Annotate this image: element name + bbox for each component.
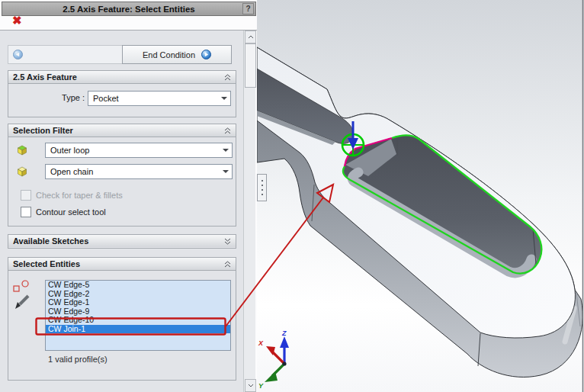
group-title: Available Sketches [13, 236, 88, 246]
taper-checkbox [21, 190, 31, 201]
type-value: Pocket [93, 94, 119, 103]
group-selected-entities-header[interactable]: Selected Entities [8, 258, 236, 271]
collapse-icon[interactable] [224, 261, 231, 268]
loop-cube-icon [16, 143, 28, 156]
group-selection-filter: Selection Filter Outer loop Open cha [8, 124, 236, 227]
entity-list[interactable]: CW Edge-5CW Edge-2CW Edge-1CW Edge-9CW E… [45, 280, 231, 351]
property-manager-panel: 2.5 Axis Feature: Select Entities ? ✖ En… [0, 0, 257, 392]
group-available-sketches-header[interactable]: Available Sketches [8, 235, 236, 247]
dialog-titlebar[interactable]: 2.5 Axis Feature: Select Entities ? [2, 2, 256, 16]
list-item[interactable]: CW Edge-5 [46, 281, 230, 290]
group-available-sketches: Available Sketches [8, 234, 236, 249]
end-condition-label: End Condition [143, 50, 195, 59]
triad-z-label: Z [281, 329, 287, 337]
expand-icon[interactable] [224, 238, 231, 245]
scrollbar-thumb[interactable] [245, 43, 256, 88]
panel-divider [0, 30, 257, 31]
scroll-up-button[interactable] [245, 31, 256, 43]
group-axis-feature: 2.5 Axis Feature Type : Pocket [8, 70, 236, 117]
group-title: Selected Entities [13, 259, 80, 268]
dialog-title: 2.5 Axis Feature: Select Entities [63, 5, 194, 14]
loop-filter-value: Outer loop [50, 146, 89, 155]
panel-splitter-handle[interactable] [257, 174, 267, 201]
dropdown-arrow-icon [221, 97, 227, 100]
chevron-down-icon [248, 384, 254, 387]
chevron-up-icon [248, 35, 254, 39]
contour-checkbox-label: Contour select tool [36, 207, 106, 217]
group-title: Selection Filter [13, 126, 73, 135]
list-item[interactable]: CW Edge-1 [46, 298, 230, 307]
group-title: 2.5 Axis Feature [13, 72, 77, 82]
dropdown-arrow-icon [223, 170, 229, 173]
type-label: Type : [39, 93, 85, 102]
help-button[interactable]: ? [242, 3, 254, 14]
app-window: 2.5 Axis Feature: Select Entities ? ✖ En… [0, 0, 584, 392]
loop-filter-dropdown[interactable]: Outer loop [45, 143, 233, 158]
next-arrow-icon [201, 50, 211, 59]
list-item[interactable]: CW Edge-10 [46, 316, 230, 325]
graphics-area[interactable]: Z X Y [257, 0, 584, 392]
collapse-icon[interactable] [224, 127, 231, 134]
triad-x-label: X [258, 339, 264, 347]
group-selection-filter-header[interactable]: Selection Filter [8, 124, 236, 137]
triad-y-label: Y [258, 382, 264, 390]
list-item[interactable]: CW Join-1 [46, 325, 230, 334]
taper-checkbox-label: Check for taper & fillets [36, 191, 123, 200]
sketch-entities-icon [11, 279, 34, 311]
group-selected-entities: Selected Entities CW Edge-5CW Edge-2CW E… [8, 257, 236, 381]
end-condition-button[interactable]: End Condition [122, 45, 232, 64]
back-arrow-icon [13, 50, 23, 59]
chain-filter-dropdown[interactable]: Open chain [45, 164, 233, 179]
type-dropdown[interactable]: Pocket [88, 91, 231, 106]
scroll-down-button[interactable] [245, 379, 256, 392]
panel-scrollbar[interactable] [243, 31, 255, 392]
dropdown-arrow-icon [223, 149, 229, 152]
chain-cube-icon [16, 165, 28, 177]
previous-step-button[interactable] [8, 45, 125, 64]
close-button[interactable]: ✖ [12, 14, 22, 27]
chain-filter-value: Open chain [50, 167, 93, 176]
valid-profile-status: 1 valid profile(s) [48, 355, 107, 364]
contour-select-checkbox[interactable] [21, 207, 31, 217]
collapse-icon[interactable] [224, 74, 231, 81]
group-axis-feature-header[interactable]: 2.5 Axis Feature [8, 71, 236, 84]
